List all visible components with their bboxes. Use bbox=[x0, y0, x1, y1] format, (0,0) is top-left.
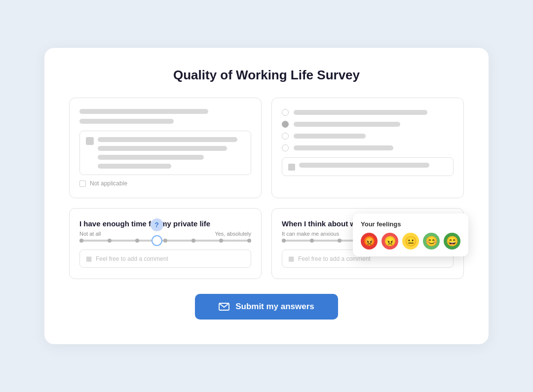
slider-dot bbox=[310, 239, 314, 243]
main-survey-card: Quality of Working Life Survey bbox=[44, 48, 489, 344]
skeleton-line bbox=[98, 146, 227, 151]
slider-dots-1 bbox=[79, 239, 251, 243]
slider-dot bbox=[191, 239, 195, 243]
skeleton-line bbox=[294, 134, 366, 139]
not-applicable-row: Not applicable bbox=[79, 180, 251, 187]
slider-labels-1: Not at all Yes, absolutely bbox=[79, 231, 251, 237]
feelings-emoji-row: 😡 😠 😐 😊 😄 bbox=[361, 233, 460, 249]
comment-icon bbox=[288, 164, 295, 171]
slider-label-left-1: Not at all bbox=[79, 231, 101, 237]
comment-icon-2: ▦ bbox=[288, 255, 294, 262]
slider-dot bbox=[79, 239, 83, 243]
emoji-happy[interactable]: 😊 bbox=[423, 233, 440, 249]
emoji-angry[interactable]: 😠 bbox=[381, 233, 398, 249]
slider-1: ? bbox=[79, 240, 251, 242]
radio-row bbox=[282, 109, 454, 116]
slider-dot bbox=[135, 239, 139, 243]
skeleton-line bbox=[299, 163, 429, 168]
skeleton-comment bbox=[282, 157, 454, 176]
slider-thumb-1[interactable]: ? bbox=[152, 235, 162, 246]
feelings-popup-title: Your feelings bbox=[361, 220, 460, 228]
mail-icon bbox=[219, 303, 229, 311]
skeleton-card-1: Not applicable bbox=[69, 98, 262, 198]
submit-button[interactable]: Submit my answers bbox=[195, 294, 338, 320]
not-applicable-checkbox[interactable] bbox=[79, 180, 86, 187]
slider-dot bbox=[219, 239, 223, 243]
question-mark-1: ? bbox=[151, 218, 163, 231]
slider-dot bbox=[247, 239, 251, 243]
submit-label: Submit my answers bbox=[235, 302, 314, 312]
radio-option[interactable] bbox=[282, 133, 289, 140]
emoji-neutral[interactable]: 😐 bbox=[402, 233, 419, 249]
slider-label-left-2: It can make me anxious bbox=[282, 231, 339, 237]
question-title-1: I have enough time for my private life bbox=[79, 219, 251, 228]
textarea-icon bbox=[86, 137, 94, 145]
radio-row bbox=[282, 133, 454, 140]
slider-label-right-1: Yes, absolutely bbox=[215, 231, 251, 237]
survey-title: Quality of Working Life Survey bbox=[69, 68, 464, 83]
skeleton-line bbox=[294, 110, 427, 115]
feelings-popup: Your feelings 😡 😠 😐 😊 😄 bbox=[353, 214, 468, 256]
emoji-very-angry[interactable]: 😡 bbox=[361, 233, 378, 249]
submit-area: Submit my answers bbox=[69, 294, 464, 320]
slider-dot bbox=[338, 239, 342, 243]
cards-grid: Not applicable bbox=[69, 98, 464, 279]
comment-input-1[interactable]: ▦ Feel free to add a comment bbox=[79, 249, 251, 268]
skeleton-line bbox=[294, 122, 400, 127]
radio-option[interactable] bbox=[282, 144, 289, 151]
radio-option[interactable] bbox=[282, 109, 289, 116]
slider-dot bbox=[282, 239, 286, 243]
question-card-work: When I think about work It can make me a… bbox=[271, 208, 464, 279]
skeleton-line bbox=[79, 119, 174, 124]
emoji-very-happy[interactable]: 😄 bbox=[444, 233, 460, 249]
not-applicable-label: Not applicable bbox=[90, 180, 127, 187]
skeleton-textarea bbox=[79, 131, 251, 175]
slider-dot bbox=[163, 239, 167, 243]
skeleton-line bbox=[79, 109, 208, 114]
radio-row bbox=[282, 144, 454, 151]
question-card-private-life: I have enough time for my private life N… bbox=[69, 208, 262, 279]
slider-track-1: ? bbox=[79, 240, 251, 242]
skeleton-line bbox=[294, 145, 393, 150]
skeleton-card-2 bbox=[271, 98, 464, 198]
slider-dot bbox=[108, 239, 112, 243]
comment-placeholder-1: Feel free to add a comment bbox=[96, 255, 168, 262]
radio-option-selected[interactable] bbox=[282, 121, 289, 128]
skeleton-line bbox=[98, 137, 237, 142]
skeleton-line bbox=[98, 155, 204, 160]
skeleton-line bbox=[98, 164, 171, 169]
comment-icon-1: ▦ bbox=[86, 255, 92, 262]
radio-row bbox=[282, 121, 454, 128]
